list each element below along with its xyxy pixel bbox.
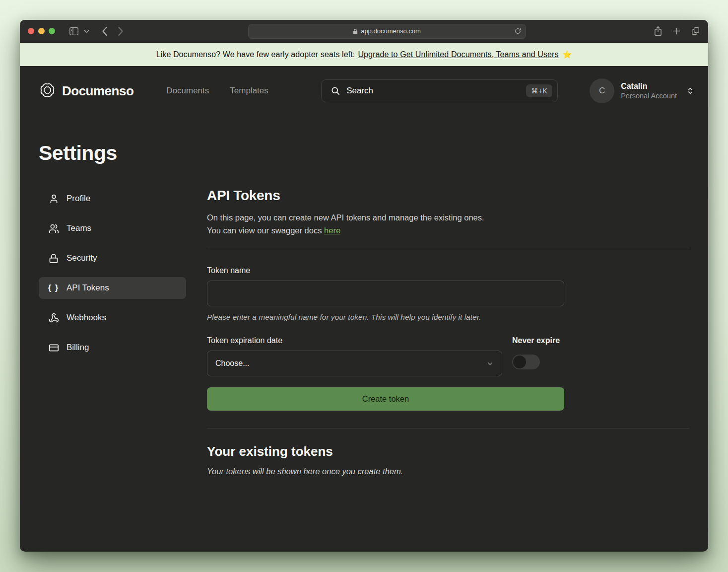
traffic-lights [28, 28, 55, 34]
new-tab-icon[interactable] [672, 26, 681, 36]
back-button[interactable] [101, 26, 108, 36]
never-expire-label: Never expire [512, 336, 564, 345]
search-shortcut-badge: ⌘+K [526, 84, 552, 97]
user-icon [48, 194, 59, 204]
description-line1: On this page, you can create new API tok… [207, 213, 484, 222]
users-icon [48, 223, 59, 234]
address-bar[interactable]: app.documenso.com [248, 24, 526, 39]
settings-page: Settings Profile Teams [20, 142, 708, 476]
account-type: Personal Account [621, 91, 677, 101]
token-name-hint: Please enter a meaningful name for your … [207, 313, 689, 322]
chevrons-up-down-icon [686, 86, 694, 95]
nav-documents[interactable]: Documents [166, 86, 209, 96]
divider [207, 248, 689, 248]
page-title: Settings [39, 142, 689, 165]
existing-tokens-empty-text: Your tokens will be shown here once you … [207, 467, 689, 476]
tab-group-chevron-icon[interactable] [84, 29, 89, 33]
section-description: On this page, you can create new API tok… [207, 211, 689, 237]
close-window-button[interactable] [28, 28, 34, 34]
existing-tokens-heading: Your existing tokens [207, 444, 689, 459]
promo-banner: Like Documenso? We have few early adopte… [20, 43, 708, 66]
url-text: app.documenso.com [361, 27, 421, 35]
description-line2: You can view our swagger docs [207, 226, 322, 235]
webhook-icon [48, 313, 59, 323]
sidebar-toggle-icon[interactable] [69, 27, 79, 36]
lock-icon [353, 28, 358, 34]
brand[interactable]: Documenso [39, 81, 133, 101]
sidebar-item-label: Webhooks [66, 313, 106, 323]
zoom-window-button[interactable] [49, 28, 55, 34]
sidebar-item-label: API Tokens [66, 283, 109, 293]
settings-sidebar: Profile Teams Security [39, 188, 186, 476]
sidebar-item-security[interactable]: Security [39, 247, 186, 269]
sidebar-item-label: Teams [66, 223, 91, 233]
app-header: Documenso Documents Templates Search ⌘+K… [20, 66, 708, 116]
star-emoji: ⭐ [563, 50, 572, 59]
search-placeholder: Search [346, 86, 520, 96]
upgrade-link[interactable]: Upgrade to Get Unlimited Documents, Team… [358, 50, 558, 59]
browser-window: app.documenso.com Like Docu [20, 20, 708, 552]
search-icon [331, 86, 340, 96]
sidebar-item-label: Billing [66, 343, 89, 353]
search-input[interactable]: Search ⌘+K [321, 79, 558, 102]
braces-icon: { } [48, 283, 59, 293]
sidebar-item-label: Profile [66, 194, 90, 204]
api-tokens-panel: API Tokens On this page, you can create … [207, 188, 689, 476]
browser-toolbar: app.documenso.com [20, 20, 708, 43]
forward-button[interactable] [118, 26, 124, 36]
token-name-input[interactable] [207, 281, 564, 306]
account-menu[interactable]: C Catalin Personal Account [590, 78, 694, 103]
divider [207, 428, 689, 429]
main-nav: Documents Templates [166, 86, 268, 96]
expiration-selected-value: Choose... [215, 359, 249, 368]
sidebar-item-webhooks[interactable]: Webhooks [39, 307, 186, 329]
token-name-label: Token name [207, 266, 689, 275]
expiration-select[interactable]: Choose... [207, 351, 502, 376]
app-content: Documenso Documents Templates Search ⌘+K… [20, 66, 708, 552]
minimize-window-button[interactable] [38, 28, 45, 34]
sidebar-item-teams[interactable]: Teams [39, 217, 186, 239]
sidebar-item-api-tokens[interactable]: { } API Tokens [39, 277, 186, 299]
promo-text: Like Documenso? We have few early adopte… [156, 50, 355, 59]
sidebar-item-label: Security [66, 253, 97, 263]
lock-icon [48, 253, 59, 264]
toggle-knob [513, 356, 526, 368]
nav-templates[interactable]: Templates [230, 86, 268, 96]
reload-icon[interactable] [515, 28, 521, 34]
account-name: Catalin [621, 81, 677, 91]
expiration-label: Token expiration date [207, 336, 502, 345]
credit-card-icon [48, 343, 59, 353]
chevron-down-icon [486, 360, 494, 367]
section-heading: API Tokens [207, 188, 689, 204]
share-icon[interactable] [654, 26, 662, 36]
avatar: C [590, 78, 614, 103]
brand-wordmark: Documenso [62, 83, 133, 99]
documenso-logo-icon [39, 81, 56, 101]
create-token-button[interactable]: Create token [207, 387, 564, 411]
never-expire-toggle[interactable] [512, 355, 540, 369]
swagger-docs-link[interactable]: here [324, 226, 340, 235]
sidebar-item-profile[interactable]: Profile [39, 188, 186, 210]
sidebar-item-billing[interactable]: Billing [39, 337, 186, 358]
tabs-overview-icon[interactable] [691, 26, 700, 36]
